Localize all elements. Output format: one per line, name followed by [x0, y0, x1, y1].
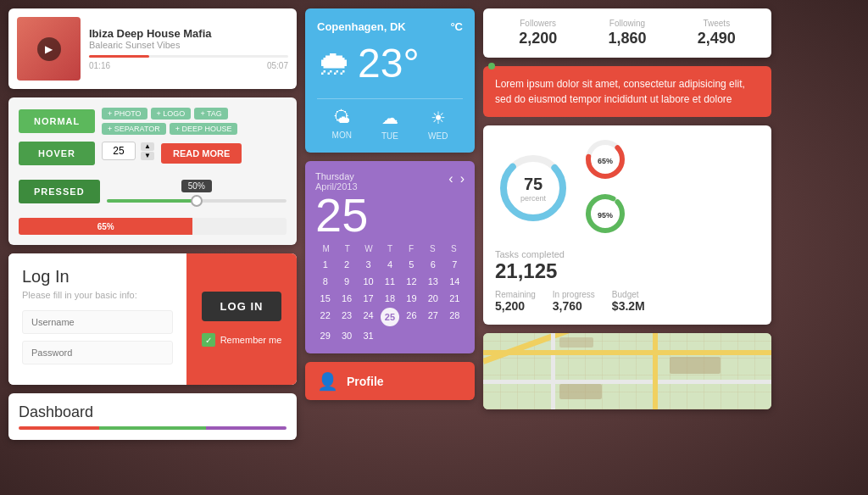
calendar-day[interactable]: 20 [423, 291, 442, 306]
forecast-wed: ☀ WED [428, 108, 448, 141]
calendar-day[interactable]: 31 [359, 328, 378, 343]
calendar-day[interactable]: 27 [423, 308, 442, 326]
slider-track[interactable] [107, 199, 287, 203]
dash-bar-purple [206, 426, 287, 430]
calendar-day[interactable]: 6 [423, 257, 442, 272]
music-progress-fill [89, 55, 149, 58]
hover-row: HOVER ▲ ▼ READ MORE [19, 142, 287, 165]
remaining-value: 5,200 [495, 299, 536, 313]
calendar-day[interactable]: 15 [315, 291, 335, 306]
weekday-th: T [379, 244, 400, 253]
music-time-current: 01:16 [89, 61, 110, 70]
road-h2 [483, 350, 771, 355]
budget-value: $3.2M [612, 299, 645, 313]
hover-button[interactable]: HOVER [19, 142, 95, 165]
normal-row: NORMAL + PHOTO + LOGO + TAG + SEPARATOR … [19, 108, 287, 135]
tag-logo[interactable]: + LOGO [151, 108, 192, 120]
calendar-day[interactable]: 22 [315, 308, 335, 326]
spinner-input[interactable] [102, 142, 136, 160]
calendar-day[interactable]: 26 [402, 308, 421, 326]
weekday-m: M [315, 244, 337, 253]
read-more-button[interactable]: READ MORE [161, 143, 242, 164]
calendar-day[interactable]: 12 [402, 274, 421, 289]
weather-temp-row: 🌧 23° [317, 40, 463, 86]
login-button[interactable]: LOG IN [202, 292, 282, 321]
play-button[interactable]: ▶ [37, 37, 61, 61]
road-h1 [483, 380, 771, 384]
music-progress-track[interactable] [89, 55, 288, 58]
calendar-day[interactable]: 14 [445, 274, 465, 289]
calendar-day[interactable]: 19 [402, 291, 421, 306]
calendar-day[interactable]: 28 [445, 308, 465, 326]
calendar-day[interactable] [380, 328, 399, 343]
pressed-button[interactable]: PRESSED [19, 180, 100, 203]
calendar-day[interactable]: 3 [359, 257, 378, 272]
following-label: Following [608, 19, 646, 28]
forecast-wed-label: WED [428, 131, 448, 141]
calendar-weekdays: M T W T F S S [315, 244, 465, 253]
calendar-day[interactable]: 10 [359, 274, 378, 289]
twitter-stats: Followers 2,200 Following 1,860 Tweets 2… [493, 19, 761, 47]
music-times: 01:16 05:07 [89, 61, 288, 70]
calendar-day[interactable]: 8 [315, 274, 335, 289]
slider-thumb[interactable] [191, 195, 203, 207]
tooltip-dot [488, 63, 495, 70]
calendar-day[interactable] [423, 328, 442, 343]
tag-photo[interactable]: + PHOTO [102, 108, 147, 120]
calendar-day[interactable]: 21 [445, 291, 465, 306]
calendar-day[interactable]: 29 [315, 328, 335, 343]
ui-elements-card: NORMAL + PHOTO + LOGO + TAG + SEPARATOR … [8, 97, 297, 245]
profile-card[interactable]: 👤 Profile [305, 362, 475, 400]
main-donut: 75 percent [495, 150, 571, 226]
remember-checkbox[interactable]: ✓ [202, 333, 215, 347]
calendar-next[interactable]: › [460, 171, 465, 186]
password-input[interactable] [22, 341, 173, 364]
calendar-day[interactable]: 11 [380, 274, 399, 289]
tag-deep-house[interactable]: + DEEP HOUSE [170, 123, 238, 135]
donut1-label: 65% [598, 157, 613, 165]
calendar-month: April/2013 [315, 181, 368, 192]
calendar-day[interactable]: 1 [315, 257, 335, 272]
remember-label: Remember me [220, 335, 282, 345]
twitter-stats-card: Followers 2,200 Following 1,860 Tweets 2… [483, 8, 771, 58]
road-kennedy [483, 333, 627, 364]
calendar-day[interactable]: 9 [337, 274, 356, 289]
calendar-day[interactable]: 23 [337, 308, 356, 326]
calendar-day[interactable]: 2 [337, 257, 356, 272]
following-value: 1,860 [608, 30, 646, 47]
slider-fill [107, 199, 197, 203]
calendar-day[interactable]: 16 [337, 291, 356, 306]
normal-button[interactable]: NORMAL [19, 109, 95, 133]
username-input[interactable] [22, 310, 173, 334]
calendar-day[interactable] [402, 328, 421, 343]
tag-separator[interactable]: + SEPARATOR [102, 123, 166, 135]
tag-tag[interactable]: + TAG [194, 108, 227, 120]
calendar-nav[interactable]: ‹ › [448, 171, 465, 186]
forecast-tue: ☁ TUE [381, 108, 398, 141]
profile-label: Profile [347, 375, 384, 388]
donut2-label: 95% [598, 211, 613, 220]
calendar-info: Thursday April/2013 25 [315, 171, 368, 239]
forecast-tue-icon: ☁ [381, 108, 398, 128]
calendar-day[interactable]: 30 [337, 328, 356, 343]
calendar-day[interactable]: 17 [359, 291, 378, 306]
calendar-day[interactable]: 13 [423, 274, 442, 289]
calendar-date-big: 25 [315, 192, 368, 239]
calendar-day[interactable]: 7 [445, 257, 465, 272]
map-card [483, 333, 771, 409]
music-thumbnail: ▶ [17, 17, 81, 81]
calendar-prev[interactable]: ‹ [448, 171, 453, 186]
calendar-day[interactable]: 5 [402, 257, 421, 272]
calendar-day[interactable]: 4 [380, 257, 399, 272]
spinner-down[interactable]: ▼ [141, 152, 154, 160]
weather-icon-main: 🌧 [317, 44, 351, 82]
calendar-day[interactable]: 25 [381, 308, 399, 326]
calendar-day[interactable]: 18 [380, 291, 399, 306]
forecast-mon-label: MON [332, 131, 352, 140]
calendar-header: Thursday April/2013 25 ‹ › [315, 171, 465, 239]
calendar-card: Thursday April/2013 25 ‹ › M T W T F S S… [305, 161, 475, 353]
spinner-up[interactable]: ▲ [141, 142, 154, 151]
calendar-day[interactable] [445, 328, 465, 343]
calendar-day[interactable]: 24 [359, 308, 378, 326]
in-progress-value: 3,760 [553, 299, 595, 313]
